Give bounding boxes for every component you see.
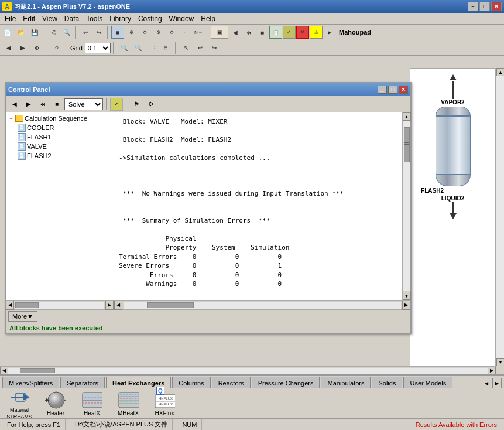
tree-scroll-left-btn[interactable]: ◀ [6, 301, 14, 310]
cursor-btn[interactable]: ↖ [180, 42, 193, 54]
main-h-scroll-thumb[interactable] [20, 368, 55, 373]
close-btn[interactable]: ✕ [491, 2, 502, 11]
menu-window[interactable]: Window [166, 14, 198, 23]
tab-user-models[interactable]: User Models [403, 377, 452, 388]
tab-separators[interactable]: Separators [60, 377, 105, 388]
cp-options-btn[interactable]: ⚙ [144, 98, 157, 111]
preview-btn[interactable]: 🔍 [60, 26, 73, 39]
prev-step-btn[interactable]: ◀ [229, 26, 242, 39]
open-btn[interactable]: 📂 [15, 26, 28, 39]
rewind-btn[interactable]: ⏮ [242, 26, 255, 39]
check-btn[interactable]: ✓ [283, 26, 296, 39]
heater-item[interactable]: Heater [41, 391, 70, 417]
zoom-out-btn[interactable]: 🔍 [132, 42, 145, 54]
scroll-down-btn[interactable]: ▼ [403, 292, 411, 300]
home-btn[interactable]: ⊙ [30, 42, 43, 54]
sim-btn3[interactable]: ⚙ [138, 26, 151, 39]
cp-scrollbar[interactable]: ▲ ▼ [402, 112, 410, 300]
tab-reactors[interactable]: Reactors [212, 377, 251, 388]
main-scroll-down-btn[interactable]: ▼ [496, 358, 504, 366]
tab-solids[interactable]: Solids [372, 377, 402, 388]
main-scroll-track[interactable] [496, 76, 504, 358]
scroll-thumb[interactable] [404, 127, 410, 162]
hxflux-item[interactable]: Q HNFLUX HNFLUX HXFlux [150, 391, 179, 417]
more-btn[interactable]: More▼ [8, 311, 37, 322]
cp-log[interactable]: Block: VALVE Model: MIXER Block: FLASH2 … [114, 112, 402, 300]
cp-stop-btn[interactable]: ■ [50, 98, 63, 111]
new-btn[interactable]: 📄 [1, 26, 14, 39]
print-btn[interactable]: 🖨 [47, 26, 60, 39]
cp-flag-btn[interactable]: ⚑ [130, 98, 143, 111]
cp-first-btn[interactable]: ⏮ [36, 98, 49, 111]
menu-view[interactable]: View [39, 14, 61, 23]
scroll-track[interactable] [403, 121, 410, 291]
redo2-btn[interactable]: ↪ [208, 42, 221, 54]
log-scroll-left-btn[interactable]: ◀ [114, 301, 122, 310]
main-h-scroll-right-btn[interactable]: ▶ [488, 367, 496, 375]
cp-check-btn[interactable]: ✓ [110, 98, 123, 111]
tree-item-cooler[interactable]: 📄 COOLER [8, 123, 111, 132]
properties-btn[interactable]: Ω [50, 42, 63, 54]
report-btn[interactable]: 📋 [269, 26, 282, 39]
sim-btn1[interactable]: ◼ [111, 26, 124, 39]
main-h-scroll-track[interactable] [8, 368, 488, 374]
undo2-btn[interactable]: ↩ [194, 42, 207, 54]
log-scroll-thumb[interactable] [147, 302, 194, 308]
run-btn[interactable]: ▶ [323, 26, 336, 39]
sim-btn4[interactable]: ⚙ [152, 26, 164, 39]
warning-btn[interactable]: ⚠ [310, 26, 323, 39]
cp-minimize-btn[interactable]: _ [378, 86, 387, 94]
sim-btn6[interactable]: ≈ [179, 26, 191, 39]
material-streams-item[interactable]: MaterialSTREAMS [5, 388, 34, 420]
tree-scroll-thumb[interactable] [15, 302, 39, 308]
sim-btn5[interactable]: ⚙ [165, 26, 178, 39]
maximize-btn[interactable]: □ [479, 2, 490, 11]
log-scroll-track[interactable] [124, 302, 401, 309]
main-scroll-up-btn[interactable]: ▲ [496, 68, 504, 76]
cp-prev-btn[interactable]: ◀ [8, 98, 21, 111]
scroll-up-btn[interactable]: ▲ [403, 112, 411, 121]
undo-btn[interactable]: ↩ [79, 26, 92, 39]
solve-dropdown[interactable]: Solve Initialize Check [64, 98, 103, 110]
tab-columns[interactable]: Columns [172, 377, 210, 388]
tree-root[interactable]: − Calculation Sequence [8, 115, 111, 122]
forward-nav-btn[interactable]: ▶ [16, 42, 29, 54]
zoom-fit-btn[interactable]: ⛶ [146, 42, 159, 54]
sim-btn2[interactable]: ⚙ [125, 26, 138, 39]
minimize-btn[interactable]: − [468, 2, 478, 11]
menu-edit[interactable]: Edit [19, 14, 39, 23]
tab-pressure-changers[interactable]: Pressure Changers [252, 377, 320, 388]
panel-right-btn[interactable]: ▶ [492, 378, 502, 388]
cp-next-btn[interactable]: ▶ [22, 98, 35, 111]
panel-left-btn[interactable]: ◀ [482, 378, 491, 388]
tab-mixers-splitters[interactable]: Mixers/Splitters [2, 377, 59, 388]
log-scroll-right-btn[interactable]: ▶ [402, 301, 410, 310]
cp-maximize-btn[interactable]: □ [388, 86, 397, 94]
menu-help[interactable]: Help [197, 14, 219, 23]
sim-btn7[interactable]: N→ [192, 26, 205, 39]
zoom-in-btn[interactable]: 🔍 [118, 42, 131, 54]
main-h-scroll-left-btn[interactable]: ◀ [0, 367, 8, 375]
menu-costing[interactable]: Costing [135, 14, 166, 23]
menu-library[interactable]: Library [106, 14, 135, 23]
cp-close-btn[interactable]: ✕ [399, 86, 408, 94]
menu-data[interactable]: Data [61, 14, 83, 23]
tree-scroll-right-btn[interactable]: ▶ [105, 301, 114, 310]
tab-manipulators[interactable]: Manipulators [321, 377, 371, 388]
back-btn[interactable]: ◀ [2, 42, 15, 54]
tree-item-flash1[interactable]: 📄 FLASH1 [8, 132, 111, 142]
tree-item-valve[interactable]: 📄 VALVE [8, 142, 111, 151]
heatx-item[interactable]: HeatX [77, 391, 107, 417]
tree-item-flash2[interactable]: 📄 FLASH2 [8, 151, 111, 161]
run-control-btn[interactable]: ▣ [211, 26, 228, 39]
mheatx-item[interactable]: MHeatX [114, 391, 143, 417]
menu-tools[interactable]: Tools [83, 14, 106, 23]
save-btn[interactable]: 💾 [28, 26, 41, 39]
zoom-custom-btn[interactable]: ⊞ [160, 42, 173, 54]
menu-file[interactable]: File [1, 14, 19, 23]
grid-select[interactable]: 0.1 0.25 0.5 1.0 [85, 43, 111, 53]
stop-btn[interactable]: ■ [256, 26, 269, 39]
tree-scroll-track[interactable] [15, 302, 104, 309]
errors-btn[interactable]: ✕ [296, 26, 309, 39]
redo-btn[interactable]: ↪ [92, 26, 105, 39]
